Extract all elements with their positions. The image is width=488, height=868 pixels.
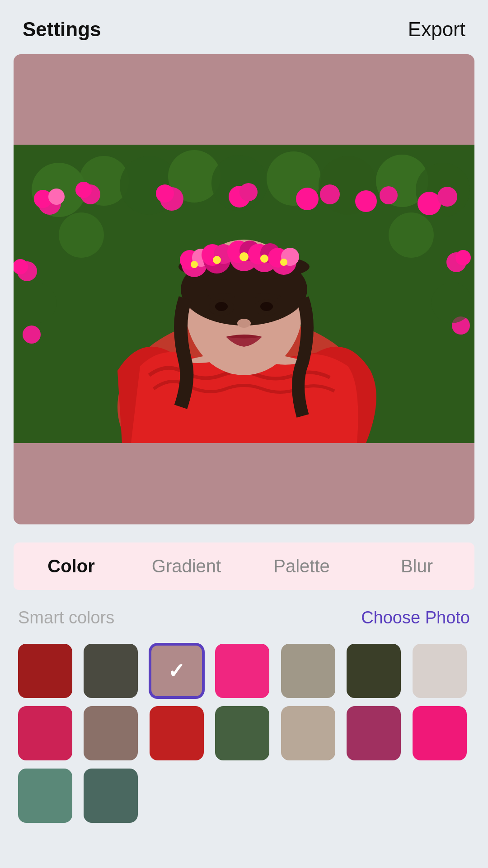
svg-point-62 bbox=[239, 252, 249, 261]
svg-point-61 bbox=[213, 256, 221, 264]
photo-display bbox=[14, 145, 474, 443]
svg-point-20 bbox=[320, 184, 340, 204]
color-swatch-2[interactable] bbox=[150, 644, 204, 698]
svg-point-16 bbox=[156, 184, 174, 203]
color-swatch-1[interactable] bbox=[84, 644, 138, 698]
svg-point-34 bbox=[432, 283, 472, 323]
color-swatch-10[interactable] bbox=[215, 706, 269, 760]
svg-point-43 bbox=[237, 319, 251, 328]
color-swatch-4[interactable] bbox=[281, 644, 335, 698]
svg-point-33 bbox=[16, 283, 56, 323]
tab-color[interactable]: Color bbox=[14, 552, 129, 581]
svg-point-64 bbox=[280, 259, 287, 266]
color-swatch-9[interactable] bbox=[150, 706, 204, 760]
svg-point-63 bbox=[260, 255, 268, 263]
color-swatch-14[interactable] bbox=[18, 769, 72, 823]
image-top-bg bbox=[14, 54, 474, 145]
svg-point-29 bbox=[23, 326, 41, 344]
image-wrapper bbox=[14, 54, 474, 524]
choose-photo-button[interactable]: Choose Photo bbox=[361, 608, 470, 627]
svg-point-41 bbox=[215, 302, 228, 311]
svg-point-32 bbox=[389, 212, 434, 258]
tab-palette[interactable]: Palette bbox=[244, 552, 359, 581]
color-swatch-15[interactable] bbox=[84, 769, 138, 823]
app-header: Settings Export bbox=[0, 0, 488, 54]
color-swatch-12[interactable] bbox=[347, 706, 401, 760]
tab-gradient[interactable]: Gradient bbox=[129, 552, 244, 581]
svg-point-18 bbox=[239, 183, 258, 201]
color-swatch-5[interactable] bbox=[347, 644, 401, 698]
svg-point-60 bbox=[191, 261, 198, 268]
image-preview-container bbox=[0, 54, 488, 524]
svg-point-21 bbox=[355, 190, 377, 212]
color-swatch-0[interactable] bbox=[18, 644, 72, 698]
tabs-section: Color Gradient Palette Blur bbox=[0, 524, 488, 590]
color-swatch-8[interactable] bbox=[84, 706, 138, 760]
tabs-row: Color Gradient Palette Blur bbox=[14, 542, 474, 590]
svg-point-42 bbox=[260, 302, 273, 311]
svg-point-23 bbox=[418, 192, 441, 215]
smart-colors-label: Smart colors bbox=[18, 608, 114, 627]
svg-point-28 bbox=[455, 250, 471, 265]
color-swatch-13[interactable] bbox=[413, 706, 467, 760]
settings-button[interactable]: Settings bbox=[23, 18, 101, 41]
svg-point-19 bbox=[296, 188, 319, 210]
color-swatch-3[interactable] bbox=[215, 644, 269, 698]
image-bottom-bg bbox=[14, 443, 474, 524]
color-swatch-7[interactable] bbox=[18, 706, 72, 760]
color-swatch-6[interactable] bbox=[413, 644, 467, 698]
smart-colors-header: Smart colors Choose Photo bbox=[18, 608, 470, 627]
colors-grid bbox=[18, 644, 470, 823]
svg-point-31 bbox=[59, 212, 104, 258]
export-button[interactable]: Export bbox=[408, 18, 465, 41]
tab-blur[interactable]: Blur bbox=[359, 552, 474, 581]
color-swatch-11[interactable] bbox=[281, 706, 335, 760]
smart-colors-section: Smart colors Choose Photo bbox=[0, 590, 488, 832]
svg-point-12 bbox=[48, 189, 65, 205]
svg-point-14 bbox=[75, 182, 92, 198]
svg-point-22 bbox=[380, 186, 398, 204]
svg-point-24 bbox=[437, 187, 457, 207]
